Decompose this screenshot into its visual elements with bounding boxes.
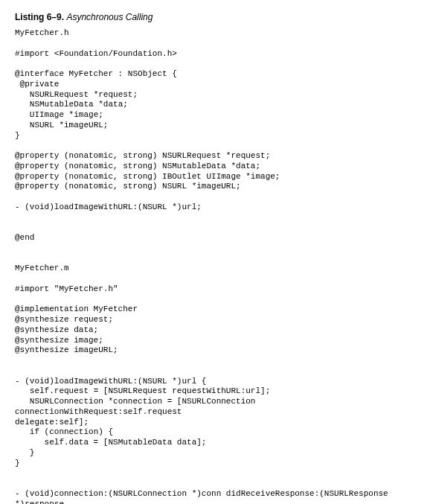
listing-title: Asynchronous Calling xyxy=(66,12,153,22)
listing-number: Listing 6–9. xyxy=(15,12,64,22)
code-block: MyFetcher.h #import <Foundation/Foundati… xyxy=(15,28,415,504)
listing-header: Listing 6–9. Asynchronous Calling xyxy=(15,12,415,22)
